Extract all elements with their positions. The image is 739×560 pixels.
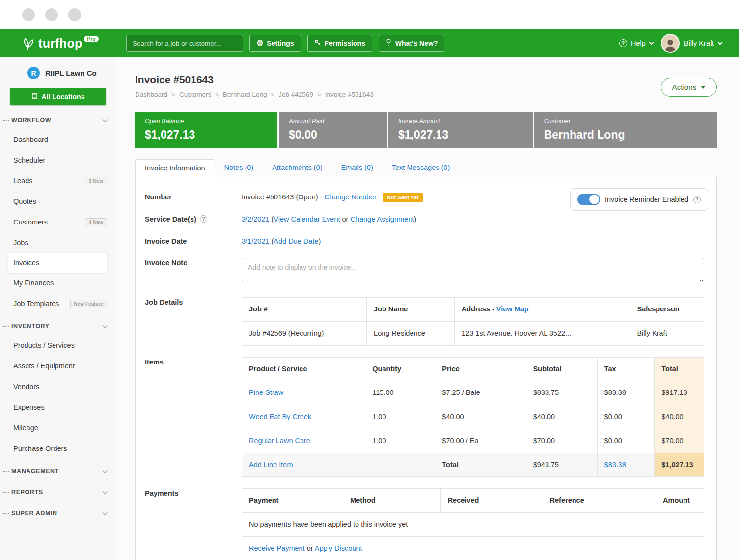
add-due-date-link[interactable]: Add Due Date [274,237,318,245]
col-tax: Tax [597,357,655,381]
sidebar-item-products-services[interactable]: Products / Services [0,335,115,356]
product-link[interactable]: Regular Lawn Care [249,437,310,445]
invoice-note-row: Invoice Note [145,258,704,286]
settings-label: Settings [267,39,294,47]
sidebar-item-scheduler[interactable]: Scheduler [0,150,115,170]
product-link[interactable]: Weed Eat By Creek [249,413,311,420]
col-total: Total [655,357,704,381]
sidebar-item-leads[interactable]: Leads 3 New [0,170,115,191]
change-number-link[interactable]: Change Number [324,193,376,201]
permissions-button[interactable]: Permissions [307,35,372,52]
avatar [661,34,680,53]
breadcrumb-dashboard[interactable]: Dashboard [135,91,167,98]
tab-attachments[interactable]: Attachments (0) [263,159,331,177]
stat-amount-paid: Amount Paid $0.00 [279,112,387,148]
job-details-table: Job # Job Name Address - View Map Salesp… [242,297,704,346]
help-tooltip-icon[interactable]: ? [693,196,701,203]
invoice-reminder-toggle[interactable] [577,194,600,205]
item-row: Weed Eat By Creek 1.00 $40.00 $40.00 $0.… [242,405,704,429]
paren: ) [414,215,416,223]
sidebar-item-job-templates[interactable]: Job Templates New Feature [0,293,115,314]
breadcrumb-job[interactable]: Job #42569 [278,91,313,98]
sidebar-item-assets-equipment[interactable]: Assets / Equipment [0,356,115,376]
sidebar-item-mileage[interactable]: Mileage [0,418,115,438]
item-row: Pine Straw 115.00 $7.25 / Bale $833.75 $… [242,381,704,405]
footer-tax-link[interactable]: $83.38 [604,461,626,469]
sidebar-item-invoices[interactable]: Invoices [8,253,107,273]
invoice-date-link[interactable]: 3/1/2021 [242,237,269,245]
sidebar-item-vendors[interactable]: Vendors [0,376,115,397]
total-cell: $917.13 [655,381,704,405]
breadcrumb-customers[interactable]: Customers [179,91,211,98]
new-count-badge: 3 New [85,177,107,185]
tab-emails[interactable]: Emails (0) [332,159,383,177]
breadcrumb-customer-name[interactable]: Bernhard Long [223,91,267,98]
payments-table: Payment Method Received Reference Amount… [242,488,704,560]
page-header: Invoice #501643 Dashboard > Customers > … [135,57,717,98]
stat-cards: Open Balance $1,027.13 Amount Paid $0.00… [135,112,717,148]
add-line-item-cell: Add Line Item [242,453,435,477]
sidebar-item-label: Products / Services [13,341,75,349]
sidebar-item-customers[interactable]: Customers 4 New [0,212,115,232]
items-footer-row: Add Line Item Total $943.75 $83.38 $1,02… [242,453,704,477]
user-menu[interactable]: Billy Kraft [661,34,722,53]
sidebar-item-jobs[interactable]: Jobs [0,232,115,253]
sidebar-section-inventory[interactable]: INVENTORY [0,314,115,335]
product-link[interactable]: Pine Straw [249,389,283,396]
tab-text-messages[interactable]: Text Messages (0) [383,159,459,177]
price-cell: $7.25 / Bale [435,381,526,405]
settings-button[interactable]: ⚙ Settings [249,35,301,52]
chevron-down-icon [103,510,108,515]
job-salesperson-cell: Billy Kraft [630,321,704,345]
sidebar-item-my-finances[interactable]: My Finances [0,273,115,293]
help-tooltip-icon[interactable]: ? [200,215,207,223]
col-received: Received [440,489,543,513]
add-line-item-link[interactable]: Add Line Item [249,461,293,469]
receive-payment-link[interactable]: Receive Payment [249,544,305,552]
change-assignment-link[interactable]: Change Assignment [350,215,414,223]
tax-cell: $0.00 [597,405,655,429]
breadcrumb-current: Invoice #501643 [325,91,374,98]
sidebar-section-reports[interactable]: REPORTS [0,480,115,501]
tax-cell: $83.38 [597,381,655,405]
col-product-service: Product / Service [242,357,365,381]
logo[interactable]: turfhop Pro [0,36,115,51]
sidebar-section-management[interactable]: MANAGEMENT [0,459,115,480]
sidebar-item-expenses[interactable]: Expenses [0,397,115,418]
company-name: RIIPL Lawn Co [45,69,97,77]
service-date-link[interactable]: 3/2/2021 [242,215,269,223]
sidebar-item-dashboard[interactable]: Dashboard [0,129,115,150]
tab-invoice-information[interactable]: Invoice Information [135,159,215,177]
price-cell: $40.00 [435,405,526,429]
view-calendar-event-link[interactable]: View Calendar Event [274,215,340,223]
breadcrumb-separator: > [215,91,219,98]
invoice-information-panel: Invoice Reminder Enabled ? Number Invoic… [135,177,717,560]
company-selector[interactable]: R RIIPL Lawn Co [0,64,115,83]
locations-icon [31,93,38,101]
new-count-badge: 4 New [85,218,107,226]
view-map-link[interactable]: View Map [496,305,529,313]
subtotal-cell: $70.00 [526,429,597,453]
all-locations-button[interactable]: All Locations [10,88,106,105]
stat-value: $0.00 [289,128,377,141]
whats-new-button[interactable]: What's New? [379,35,445,52]
actions-button[interactable]: Actions [661,78,717,97]
job-number-cell: Job #42569 (Recurring) [242,321,367,345]
apply-discount-link[interactable]: Apply Discount [315,544,362,552]
stat-label: Amount Paid [289,118,377,125]
paren: ) [318,237,321,245]
sidebar-item-label: Expenses [13,403,45,411]
sidebar-section-super-admin[interactable]: SUPER ADMIN [0,501,115,522]
breadcrumb-separator: > [271,91,274,98]
sidebar-item-purchase-orders[interactable]: Purchase Orders [0,438,115,459]
sidebar-item-quotes[interactable]: Quotes [0,191,115,212]
help-menu[interactable]: ? Help [619,39,653,47]
service-dates-label: Service Date(s) ? [145,214,242,223]
search-input[interactable] [126,35,243,52]
tax-cell: $0.00 [597,429,655,453]
company-avatar: R [27,67,40,79]
tab-notes[interactable]: Notes (0) [215,159,263,177]
invoice-note-input[interactable] [242,258,704,282]
sidebar-section-workflow[interactable]: WORKFLOW [0,108,115,129]
sidebar-item-label: Invoices [13,259,39,267]
